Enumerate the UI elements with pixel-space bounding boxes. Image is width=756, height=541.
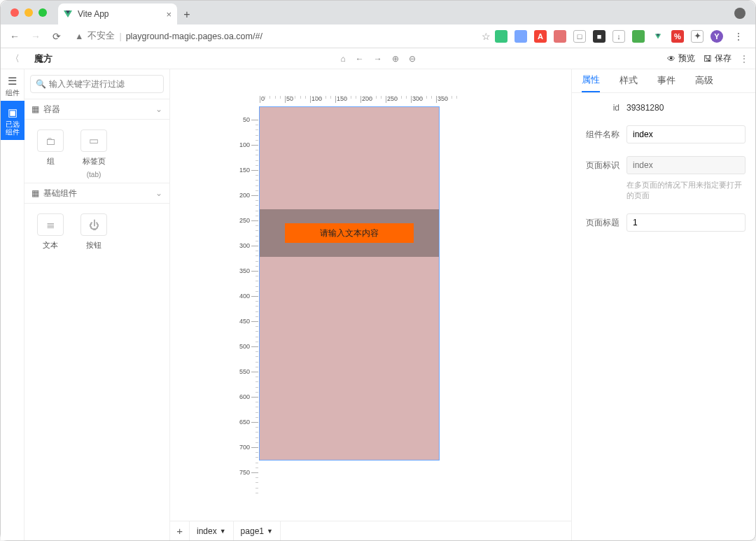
rail-components[interactable]: ☰ 组件	[1, 69, 24, 101]
ext-icon-5[interactable]: □	[573, 30, 586, 43]
window-close-button[interactable]	[10, 8, 19, 17]
component-button[interactable]: ⏻ 按钮	[78, 213, 110, 251]
browser-titlebar: Vite App × +	[1, 1, 755, 24]
prop-name-input[interactable]	[626, 125, 746, 143]
ruler-horizontal: 050100150200250300350	[246, 96, 529, 107]
prop-name-label: 组件名称	[582, 129, 620, 141]
tool-next-icon[interactable]: →	[374, 54, 382, 64]
prop-pagekey-hint: 在多页面的情况下用来指定要打开的页面	[582, 180, 746, 201]
component-tabs[interactable]: ▭ 标签页 (tab)	[78, 129, 110, 178]
component-panel: 🔍 ▦ 容器 ⌄ 🗀 组 ▭ 标签页 (tab)	[24, 69, 170, 540]
ext-icon-1[interactable]: ‎	[495, 30, 507, 43]
nav-forward-icon[interactable]: →	[27, 28, 44, 45]
prop-pagekey-input	[626, 156, 746, 174]
tool-zoom-in-icon[interactable]: ⊕	[392, 54, 399, 64]
ruler-vertical: 5010015020025030035040045050055060065070…	[246, 107, 260, 485]
search-icon: 🔍	[36, 79, 46, 89]
nav-reload-icon[interactable]: ⟳	[48, 28, 65, 45]
ext-icon-3[interactable]: A	[534, 30, 547, 43]
vite-icon	[64, 10, 72, 17]
group-header-basic[interactable]: ▦ 基础组件 ⌄	[24, 183, 169, 204]
page-tab-page1[interactable]: page1 ▼	[234, 521, 281, 540]
ext-icon-6[interactable]: ■	[593, 30, 606, 43]
ext-icon-7[interactable]: ↓	[612, 30, 625, 43]
browser-tab[interactable]: Vite App ×	[58, 3, 177, 24]
browser-tab-title: Vite App	[78, 9, 108, 19]
component-group-label: 组	[47, 156, 55, 167]
inspector-tab-advanced[interactable]: 高级	[695, 69, 713, 92]
text-placeholder-label: 请输入文本内容	[320, 227, 379, 239]
group-header-container[interactable]: ▦ 容器 ⌄	[24, 99, 169, 120]
save-button[interactable]: 🖫 保存	[704, 52, 732, 64]
window-minimize-button[interactable]	[24, 8, 33, 17]
inspector-tabs: 属性 样式 事件 高级	[572, 69, 755, 93]
text-icon: ≣	[46, 218, 55, 231]
tab-close-icon[interactable]: ×	[166, 9, 172, 20]
page-tab-index[interactable]: index ▼	[190, 521, 234, 540]
component-group[interactable]: 🗀 组	[34, 129, 66, 178]
inspector-tab-advanced-label: 高级	[695, 75, 713, 87]
app-back-icon[interactable]: 〈	[8, 52, 22, 65]
ext-icon-2[interactable]: ‎	[514, 30, 527, 43]
inspector-tab-style[interactable]: 样式	[620, 69, 638, 92]
inspector-tab-events-label: 事件	[657, 75, 676, 87]
preview-button[interactable]: 👁 预览	[667, 52, 695, 64]
eye-icon: 👁	[667, 54, 676, 64]
rail-selected[interactable]: ▣ 已选组件	[1, 101, 24, 140]
prop-pagetitle-input[interactable]	[626, 213, 746, 232]
left-rail: ☰ 组件 ▣ 已选组件	[1, 69, 24, 540]
artboard[interactable]: 请输入文本内容	[260, 107, 439, 460]
page-add-button[interactable]: +	[170, 521, 190, 540]
ext-icon-4[interactable]: ‎	[554, 30, 566, 43]
ext-icon-9[interactable]: %	[671, 30, 684, 43]
address-bar[interactable]: ▲ 不安全 | playground-magic.pages.oa.com/#/	[69, 27, 477, 45]
extension-icons: ‎ ‎ A ‎ □ ■ ↓ ‎ % ✦ Y ⋮	[495, 28, 750, 45]
text-placeholder-block[interactable]: 请输入文本内容	[285, 223, 414, 243]
ext-icon-puzzle[interactable]: ✦	[691, 30, 704, 43]
chevron-down-icon: ⌄	[155, 104, 162, 114]
url-text: playground-magic.pages.oa.com/#/	[126, 31, 262, 41]
inspector-tab-events[interactable]: 事件	[657, 69, 676, 92]
component-text[interactable]: ≣ 文本	[34, 213, 66, 251]
profile-avatar-icon[interactable]: Y	[710, 30, 723, 43]
titlebar-account-icon[interactable]	[734, 8, 746, 19]
new-tab-button[interactable]: +	[177, 5, 197, 24]
more-icon[interactable]: ⋮	[740, 54, 748, 64]
prop-id-label: id	[582, 103, 620, 113]
insecure-label: 不安全	[88, 30, 115, 42]
inspector-tab-style-label: 样式	[620, 75, 638, 87]
page-tabs: + index ▼ page1 ▼	[170, 521, 571, 540]
selected-container[interactable]: 请输入文本内容	[260, 209, 439, 257]
tabs-icon: ▭	[89, 134, 99, 147]
page-tab-index-label: index	[197, 526, 217, 536]
component-text-label: 文本	[43, 240, 58, 251]
prop-pagetitle-label: 页面标题	[582, 217, 620, 229]
window-zoom-button[interactable]	[38, 8, 47, 17]
component-search-input[interactable]	[30, 75, 164, 93]
browser-toolbar: ← → ⟳ ▲ 不安全 | playground-magic.pages.oa.…	[1, 24, 755, 48]
browser-menu-icon[interactable]: ⋮	[730, 28, 747, 45]
group-title-container: 容器	[43, 104, 60, 114]
caret-down-icon: ▼	[220, 528, 226, 535]
prop-id: id 39381280	[582, 103, 746, 113]
power-icon: ⏻	[89, 219, 99, 231]
ext-icon-8[interactable]: ‎	[632, 30, 645, 43]
stack-icon: ☰	[8, 75, 17, 87]
bookmark-star-icon[interactable]: ☆	[482, 31, 491, 42]
tool-prev-icon[interactable]: ←	[356, 54, 364, 64]
grid-icon: ▦	[31, 104, 38, 114]
preview-label: 预览	[678, 52, 695, 64]
prop-pagekey-label: 页面标识	[582, 160, 620, 171]
group-title-basic: 基础组件	[43, 188, 77, 198]
caret-down-icon: ▼	[267, 528, 273, 535]
app-brand: 魔方	[34, 52, 52, 65]
tool-zoom-out-icon[interactable]: ⊖	[409, 54, 416, 64]
rail-selected-label: 已选组件	[1, 120, 24, 136]
tool-home-icon[interactable]: ⌂	[340, 54, 345, 64]
inspector-panel: 属性 样式 事件 高级 id 39381280 组件名称 页面标识 在多页面	[572, 69, 755, 540]
nav-back-icon[interactable]: ←	[6, 28, 23, 45]
browser-window: Vite App × + ← → ⟳ ▲ 不安全 | playground-ma…	[0, 0, 756, 541]
inspector-tab-props[interactable]: 属性	[582, 69, 600, 92]
ext-icon-vue[interactable]	[652, 30, 664, 43]
canvas[interactable]: 050100150200250300350 501001502002503003…	[170, 69, 571, 521]
